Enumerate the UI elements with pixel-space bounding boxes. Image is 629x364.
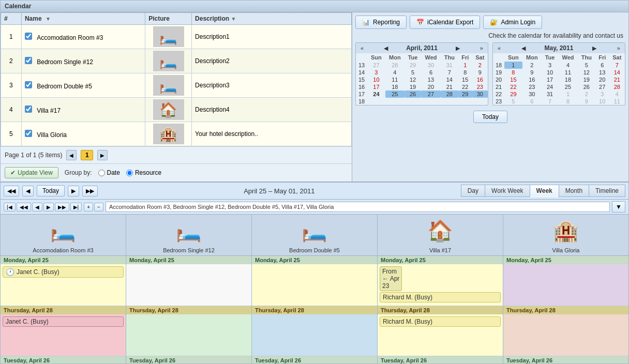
day-content[interactable]	[503, 314, 628, 356]
cal-day[interactable]: 17	[367, 83, 385, 90]
cal-day[interactable]: 30	[421, 62, 441, 69]
nav-next[interactable]: ▶	[43, 203, 54, 211]
cal-day[interactable]: 7	[542, 98, 558, 105]
cal-day[interactable]: 12	[578, 69, 595, 76]
cal-day[interactable]: 25	[385, 90, 405, 98]
day-content[interactable]: Janet C. (Busy)	[1, 314, 126, 356]
tab-timeline[interactable]: Timeline	[589, 185, 625, 197]
resource-selector[interactable]: Accomodation Room #3, Bedroom Single #12…	[106, 202, 610, 212]
zoom-in-btn[interactable]: +	[84, 203, 93, 211]
event-block[interactable]: From ← Apr 23	[380, 266, 402, 291]
cal-day[interactable]: 10	[542, 69, 558, 76]
cal-day[interactable]: 24	[367, 90, 385, 98]
cal-day[interactable]: 20	[421, 83, 441, 90]
cal-day[interactable]: 22	[458, 83, 472, 90]
cal-day[interactable]: 28	[385, 62, 405, 69]
may-next[interactable]: ▶	[591, 45, 598, 52]
cal-day[interactable]: 27	[595, 83, 609, 90]
april-prev-prev[interactable]: «	[359, 45, 365, 51]
cal-day[interactable]: 31	[542, 90, 558, 98]
row-checkbox[interactable]	[25, 130, 32, 137]
cal-day[interactable]: 4	[609, 90, 625, 98]
cal-day[interactable]: 1	[558, 90, 578, 98]
cal-day[interactable]: 19	[578, 76, 595, 83]
cal-day[interactable]: 30	[522, 90, 542, 98]
cal-day[interactable]: 29	[504, 90, 522, 98]
cal-day[interactable]: 19	[405, 83, 421, 90]
day-content[interactable]: From ← Apr 23Richard M. (Busy)	[378, 264, 503, 306]
admin-login-btn[interactable]: 🔐 Admin Login	[483, 16, 542, 29]
cal-day[interactable]: 28	[441, 90, 458, 98]
cal-day[interactable]: 31	[441, 62, 458, 69]
cal-day[interactable]: 8	[504, 69, 522, 76]
resource-dropdown-btn[interactable]: ▼	[612, 201, 625, 213]
april-next[interactable]: ▶	[454, 45, 461, 52]
may-prev[interactable]: ◀	[520, 45, 527, 52]
row-checkbox[interactable]	[25, 57, 32, 64]
nav-first[interactable]: |◀	[4, 203, 16, 211]
day-content[interactable]	[252, 314, 377, 356]
nav-next-next[interactable]: ▶▶	[55, 203, 69, 211]
cal-day[interactable]: 15	[504, 76, 522, 83]
nav-right-btn[interactable]: ▶	[68, 186, 79, 196]
cal-day[interactable]: 5	[405, 69, 421, 76]
cal-day[interactable]: 10	[595, 98, 609, 105]
cal-day[interactable]: 27	[421, 90, 441, 98]
cal-day[interactable]: 29	[458, 90, 472, 98]
cal-day[interactable]: 30	[472, 90, 488, 98]
cal-day[interactable]: 13	[595, 69, 609, 76]
cal-day[interactable]: 6	[421, 69, 441, 76]
cal-day[interactable]: 4	[558, 62, 578, 69]
event-block[interactable]: Richard M. (Busy)	[380, 292, 501, 302]
day-content[interactable]: Richard M. (Busy)	[378, 314, 503, 356]
cal-day[interactable]: 16	[522, 76, 542, 83]
icalendar-btn[interactable]: 📅 iCalendar Export	[410, 16, 480, 29]
cal-day[interactable]: 13	[421, 76, 441, 83]
nav-last[interactable]: ▶|	[70, 203, 82, 211]
april-prev[interactable]: ◀	[382, 45, 390, 52]
cal-day[interactable]: 26	[578, 83, 595, 90]
cal-day[interactable]: 1	[504, 62, 522, 69]
cal-day[interactable]: 22	[504, 83, 522, 90]
day-content[interactable]	[252, 264, 377, 306]
event-block[interactable]: Janet C. (Busy)	[3, 316, 124, 327]
cal-day[interactable]: 6	[522, 98, 542, 105]
day-content[interactable]: 🕐Janet C. (Busy)	[1, 264, 126, 306]
nav-last-btn[interactable]: ▶▶	[82, 186, 98, 196]
cal-day[interactable]: 3	[542, 62, 558, 69]
cal-day[interactable]: 11	[385, 76, 405, 83]
cal-day[interactable]: 2	[472, 62, 488, 69]
nav-left-btn[interactable]: ◀	[22, 186, 34, 196]
cal-day[interactable]: 14	[441, 76, 458, 83]
update-view-btn[interactable]: ✔ Update View	[5, 167, 58, 178]
cal-day[interactable]: 10	[367, 76, 385, 83]
cal-day[interactable]: 21	[609, 76, 625, 83]
radio-date[interactable]	[98, 170, 105, 176]
cal-day[interactable]: 5	[504, 98, 522, 105]
cal-day[interactable]: 12	[405, 76, 421, 83]
day-content[interactable]	[126, 314, 251, 356]
zoom-out-btn[interactable]: −	[94, 203, 103, 211]
next-page-btn[interactable]: ▶	[97, 150, 108, 160]
cal-day[interactable]: 29	[405, 62, 421, 69]
tab-month[interactable]: Month	[559, 185, 589, 197]
nav-first-btn[interactable]: ◀◀	[4, 186, 19, 196]
tab-workweek[interactable]: Work Week	[485, 185, 530, 197]
day-content[interactable]	[503, 264, 628, 306]
day-content[interactable]	[126, 264, 251, 306]
cal-day[interactable]: 25	[558, 83, 578, 90]
radio-date-label[interactable]: Date	[98, 169, 120, 176]
cal-day[interactable]: 14	[609, 69, 625, 76]
event-block[interactable]: 🕐Janet C. (Busy)	[3, 266, 124, 278]
cal-day[interactable]: 6	[595, 62, 609, 69]
reporting-btn[interactable]: 📊 Reporting	[355, 16, 407, 29]
radio-resource-label[interactable]: Resource	[126, 169, 161, 176]
cal-day[interactable]: 11	[609, 98, 625, 105]
cal-day[interactable]: 11	[558, 69, 578, 76]
nav-prev-prev[interactable]: ◀◀	[17, 203, 31, 211]
cal-day[interactable]: 18	[558, 76, 578, 83]
cal-day[interactable]: 20	[595, 76, 609, 83]
cal-day[interactable]: 23	[522, 83, 542, 90]
cal-day[interactable]: 23	[472, 83, 488, 90]
row-checkbox[interactable]	[25, 105, 32, 113]
